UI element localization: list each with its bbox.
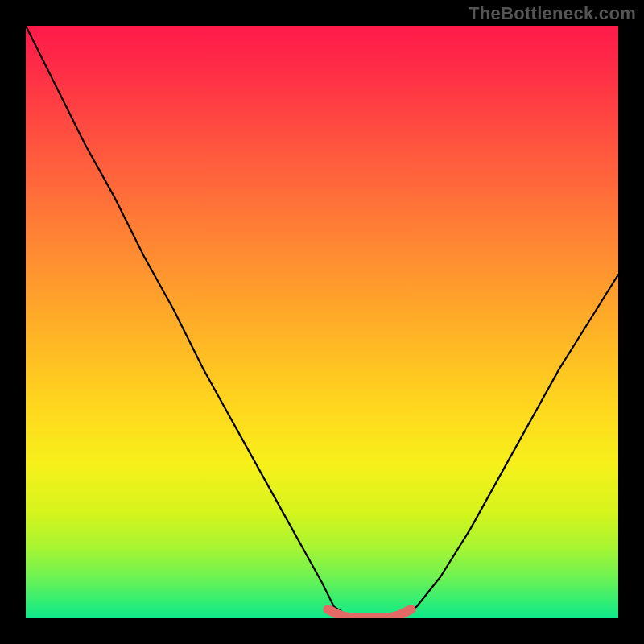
curve-layer <box>26 26 618 618</box>
plot-area <box>26 26 618 618</box>
black-curve <box>26 26 618 618</box>
red-trough-marker <box>328 609 411 618</box>
chart-frame: TheBottleneck.com <box>0 0 644 644</box>
watermark-text: TheBottleneck.com <box>469 3 636 24</box>
